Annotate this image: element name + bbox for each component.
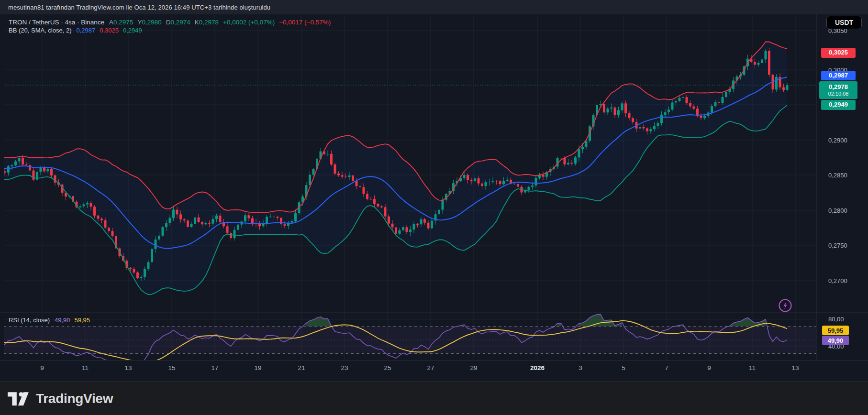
price-axis-label: 0,2800 — [828, 207, 847, 214]
ohlc-pair: Y0,2980 — [137, 19, 161, 26]
bb-values: 0,29870,30250,2949 — [77, 27, 146, 34]
time-axis-label: 19 — [254, 364, 261, 371]
rsi-legend-row[interactable]: RSI (14, close) 49,90 59,95 — [9, 317, 94, 324]
time-axis-label: 13 — [791, 364, 799, 371]
ohlc-pair: D0,2974 — [166, 19, 190, 26]
rsi-value-badge: 49,90 — [822, 336, 849, 345]
bb-lower-badge: 0,2949 — [821, 100, 856, 110]
time-axis-label: 15 — [168, 364, 175, 371]
time-axis-label: 5 — [622, 364, 625, 371]
rsi-legend-title[interactable]: RSI (14, close) — [9, 317, 50, 324]
time-axis-label: 3 — [579, 364, 582, 371]
price-axis-label: 0,2850 — [828, 172, 847, 179]
bb-value: 0,3025 — [100, 27, 119, 34]
time-axis-label: 2026 — [530, 364, 545, 371]
attribution-text: mesutinan81 tarafından TradingView.com i… — [8, 4, 270, 11]
tradingview-snapshot: mesutinan81 tarafından TradingView.com i… — [0, 0, 868, 415]
symbol-title[interactable]: TRON / TetherUS · 4sa · Binance — [9, 19, 104, 26]
bb-upper-badge: 0,3025 — [821, 48, 856, 58]
rsi-legend-value: 49,90 — [55, 317, 70, 324]
ohlc-pair: K0,2978 — [195, 19, 219, 26]
change-secondary-value: −0,0017 (−0,57%) — [279, 19, 331, 26]
currency-toggle-button[interactable]: USDT — [826, 16, 862, 29]
time-axis-label: 11 — [82, 364, 89, 371]
chart-area[interactable]: TRON / TetherUS · 4sa · Binance A0,2975Y… — [0, 14, 868, 382]
time-axis-label: 11 — [749, 364, 756, 371]
time-axis-label: 27 — [427, 364, 434, 371]
rsi-axis-label: 80,00 — [828, 316, 844, 323]
time-axis-label: 17 — [211, 364, 218, 371]
symbol-legend-row[interactable]: TRON / TetherUS · 4sa · Binance A0,2975Y… — [9, 19, 335, 26]
time-axis-label: 29 — [470, 364, 477, 371]
time-axis-label: 23 — [341, 364, 348, 371]
price-axis-label: 0,2900 — [828, 137, 847, 144]
time-axis-label: 13 — [124, 364, 132, 371]
time-axis-label: 21 — [298, 364, 305, 371]
time-axis-label: 25 — [384, 364, 391, 371]
ohlc-pair: A0,2975 — [109, 19, 133, 26]
time-axis-label: 9 — [707, 364, 711, 371]
time-axis-label: 9 — [40, 364, 44, 371]
bb-basis-badge: 0,2987 — [821, 71, 856, 80]
time-axis-label: 7 — [665, 364, 668, 371]
price-axis-label: 0,2750 — [828, 242, 847, 249]
bb-value: 0,2987 — [77, 27, 96, 34]
bb-legend-row[interactable]: BB (20, SMA, close, 2) 0,29870,30250,294… — [9, 27, 146, 34]
rsi-ma-badge: 59,95 — [822, 326, 849, 335]
tradingview-logo-icon — [8, 391, 30, 407]
last-price-badge: 0,297802:10:08 — [819, 81, 857, 99]
lightning-icon[interactable] — [778, 298, 792, 313]
change-value: +0,0002 (+0,07%) — [223, 19, 275, 26]
bb-value: 0,2949 — [123, 27, 142, 34]
rsi-legend-ma-value: 59,95 — [75, 317, 90, 324]
price-axis-label: 0,2700 — [828, 277, 847, 284]
footer-brand-bar: TradingView — [0, 382, 868, 415]
bb-legend-title[interactable]: BB (20, SMA, close, 2) — [9, 27, 72, 34]
chart-canvas[interactable] — [0, 14, 868, 382]
attribution-bar: mesutinan81 tarafından TradingView.com i… — [0, 0, 868, 14]
brand-name: TradingView — [36, 391, 113, 406]
ohlc-values: A0,2975Y0,2980D0,2974K0,2978 — [109, 19, 223, 26]
